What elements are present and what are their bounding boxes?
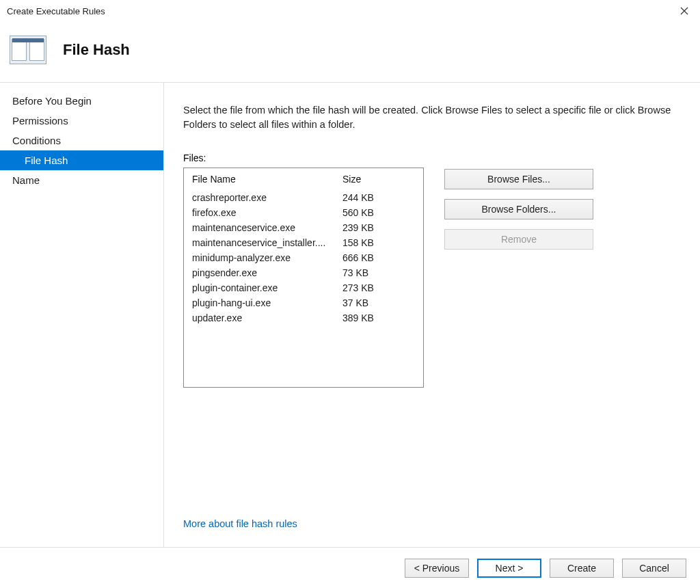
- nav-item-file-hash[interactable]: File Hash: [0, 150, 163, 170]
- file-row[interactable]: updater.exe389 KB: [184, 310, 423, 325]
- file-size-cell: 560 KB: [342, 207, 415, 218]
- wizard-nav: Before You BeginPermissionsConditionsFil…: [0, 83, 164, 547]
- main-panel: Select the file from which the file hash…: [164, 83, 700, 547]
- file-name-cell: crashreporter.exe: [192, 192, 342, 203]
- file-size-cell: 666 KB: [342, 252, 415, 263]
- close-button[interactable]: [674, 3, 695, 19]
- file-size-cell: 73 KB: [342, 267, 415, 278]
- file-row[interactable]: plugin-container.exe273 KB: [184, 280, 423, 295]
- file-name-cell: maintenanceservice.exe: [192, 222, 342, 233]
- next-button[interactable]: Next >: [477, 559, 541, 578]
- browse-folders-button[interactable]: Browse Folders...: [444, 199, 593, 219]
- file-row[interactable]: minidump-analyzer.exe666 KB: [184, 250, 423, 265]
- file-size-cell: 37 KB: [342, 297, 415, 308]
- column-header-name[interactable]: File Name: [192, 174, 342, 185]
- nav-item-before-you-begin[interactable]: Before You Begin: [0, 91, 163, 111]
- file-row[interactable]: maintenanceservice_installer....158 KB: [184, 235, 423, 250]
- nav-item-permissions[interactable]: Permissions: [0, 111, 163, 131]
- wizard-header: File Hash: [0, 22, 700, 82]
- close-icon: [680, 7, 688, 15]
- file-row[interactable]: plugin-hang-ui.exe37 KB: [184, 295, 423, 310]
- file-name-cell: plugin-hang-ui.exe: [192, 297, 342, 308]
- nav-item-conditions[interactable]: Conditions: [0, 131, 163, 150]
- file-row[interactable]: firefox.exe560 KB: [184, 205, 423, 220]
- remove-button: Remove: [444, 229, 593, 250]
- file-size-cell: 273 KB: [342, 282, 415, 293]
- file-size-cell: 389 KB: [342, 312, 415, 323]
- file-name-cell: updater.exe: [192, 312, 342, 323]
- files-label: Files:: [183, 152, 424, 163]
- wizard-icon: [10, 36, 46, 64]
- list-header: File Name Size: [184, 168, 423, 190]
- file-row[interactable]: pingsender.exe73 KB: [184, 265, 423, 280]
- window-title: Create Executable Rules: [7, 6, 105, 16]
- more-about-link[interactable]: More about file hash rules: [183, 518, 675, 529]
- content-area: Before You BeginPermissionsConditionsFil…: [0, 82, 700, 547]
- file-name-cell: maintenanceservice_installer....: [192, 237, 342, 248]
- browse-files-button[interactable]: Browse Files...: [444, 169, 593, 189]
- file-size-cell: 239 KB: [342, 222, 415, 233]
- cancel-button[interactable]: Cancel: [622, 559, 686, 578]
- column-header-size[interactable]: Size: [342, 174, 415, 185]
- file-row[interactable]: crashreporter.exe244 KB: [184, 190, 423, 205]
- file-name-cell: firefox.exe: [192, 207, 342, 218]
- file-name-cell: plugin-container.exe: [192, 282, 342, 293]
- file-row[interactable]: maintenanceservice.exe239 KB: [184, 220, 423, 235]
- file-size-cell: 244 KB: [342, 192, 415, 203]
- file-name-cell: minidump-analyzer.exe: [192, 252, 342, 263]
- page-title: File Hash: [63, 41, 130, 59]
- wizard-footer: < Previous Next > Create Cancel: [0, 547, 700, 588]
- titlebar: Create Executable Rules: [0, 0, 700, 22]
- file-size-cell: 158 KB: [342, 237, 415, 248]
- nav-item-name[interactable]: Name: [0, 170, 163, 190]
- files-listbox[interactable]: File Name Size crashreporter.exe244 KBfi…: [183, 168, 424, 388]
- create-button[interactable]: Create: [550, 559, 614, 578]
- file-name-cell: pingsender.exe: [192, 267, 342, 278]
- instructions-text: Select the file from which the file hash…: [183, 103, 675, 132]
- previous-button[interactable]: < Previous: [405, 559, 469, 578]
